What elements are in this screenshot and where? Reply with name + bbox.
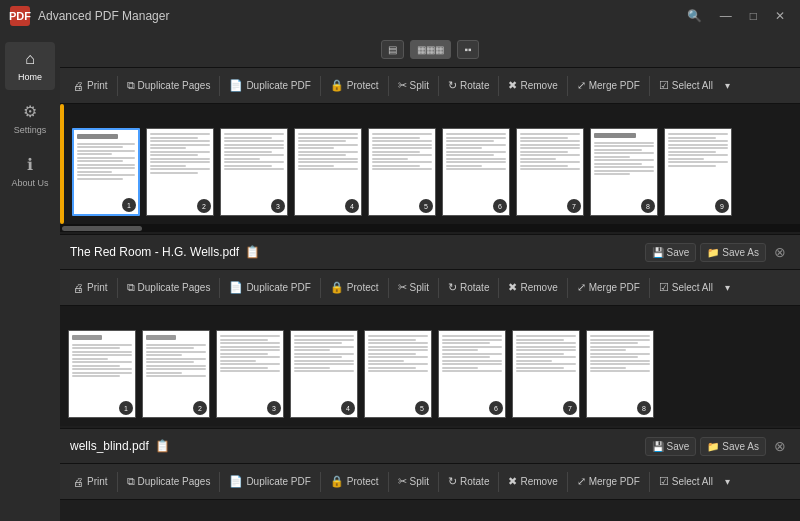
page-line bbox=[368, 363, 428, 365]
page-line bbox=[220, 367, 268, 369]
split-icon-3: ✂ bbox=[398, 475, 407, 488]
split-button-1[interactable]: ✂ Split bbox=[393, 76, 434, 95]
page-thumb-1-1[interactable]: 1 bbox=[72, 128, 140, 216]
sidebar-item-about[interactable]: ℹ About Us bbox=[5, 147, 55, 196]
duplicate-pdf-button-3[interactable]: 📄 Duplicate PDF bbox=[224, 472, 315, 491]
hscroll-1[interactable] bbox=[60, 224, 800, 232]
page-image-1-9: 9 bbox=[664, 128, 732, 216]
duplicate-pages-button-1[interactable]: ⧉ Duplicate Pages bbox=[122, 76, 216, 95]
page-line bbox=[224, 154, 284, 156]
page-thumb-1-2[interactable]: 2 bbox=[146, 128, 214, 216]
page-thumb-2-4[interactable]: 4 bbox=[290, 330, 358, 418]
search-button[interactable]: 🔍 bbox=[682, 7, 707, 25]
protect-button-1[interactable]: 🔒 Protect bbox=[325, 76, 384, 95]
select-all-icon: ☑ bbox=[659, 79, 669, 92]
page-line bbox=[298, 168, 358, 170]
page-line bbox=[150, 151, 210, 153]
page-thumb-2-6[interactable]: 6 bbox=[438, 330, 506, 418]
duplicate-pages-button-3[interactable]: ⧉ Duplicate Pages bbox=[122, 472, 216, 491]
page-line bbox=[516, 346, 576, 348]
more-button-1[interactable]: ▾ bbox=[720, 77, 735, 94]
page-line bbox=[590, 356, 638, 358]
page-thumb-1-7[interactable]: 7 bbox=[516, 128, 584, 216]
view-large-button[interactable]: ▪▪ bbox=[457, 40, 478, 59]
split-button-2[interactable]: ✂ Split bbox=[393, 278, 434, 297]
page-thumb-1-8[interactable]: 8 bbox=[590, 128, 658, 216]
settings-icon: ⚙ bbox=[23, 102, 37, 121]
remove-button-3[interactable]: ✖ Remove bbox=[503, 472, 562, 491]
close-button[interactable]: ✕ bbox=[770, 7, 790, 25]
page-line bbox=[520, 168, 580, 170]
split-icon-2: ✂ bbox=[398, 281, 407, 294]
info-icon: ℹ bbox=[27, 155, 33, 174]
page-line bbox=[590, 346, 650, 348]
page-thumb-2-1[interactable]: 1 bbox=[68, 330, 136, 418]
remove-button-2[interactable]: ✖ Remove bbox=[503, 278, 562, 297]
page-thumb-1-6[interactable]: 6 bbox=[442, 128, 510, 216]
page-thumb-2-7[interactable]: 7 bbox=[512, 330, 580, 418]
maximize-button[interactable]: □ bbox=[745, 7, 762, 25]
sidebar-item-home[interactable]: ⌂ Home bbox=[5, 42, 55, 90]
sep2 bbox=[219, 76, 220, 96]
view-grid-button[interactable]: ▦▦▦ bbox=[410, 40, 451, 59]
page-line bbox=[594, 156, 630, 158]
save-button-3[interactable]: 💾 Save bbox=[645, 437, 697, 456]
minimize-button[interactable]: — bbox=[715, 7, 737, 25]
page-line bbox=[516, 353, 564, 355]
page-line bbox=[77, 157, 135, 159]
page-thumb-1-4[interactable]: 4 bbox=[294, 128, 362, 216]
merge-button-1[interactable]: ⤢ Merge PDF bbox=[572, 76, 645, 95]
close-section-2[interactable]: ⊗ bbox=[770, 242, 790, 262]
page-line bbox=[224, 151, 272, 153]
print-button-1[interactable]: 🖨 Print bbox=[68, 77, 113, 95]
page-line bbox=[220, 339, 268, 341]
page-line bbox=[446, 133, 506, 135]
more-button-3[interactable]: ▾ bbox=[720, 473, 735, 490]
merge-button-3[interactable]: ⤢ Merge PDF bbox=[572, 472, 645, 491]
print-button-3[interactable]: 🖨 Print bbox=[68, 473, 113, 491]
page-number-badge: 4 bbox=[341, 401, 355, 415]
sidebar: ⌂ Home ⚙ Settings ℹ About Us bbox=[0, 32, 60, 521]
page-thumb-2-8[interactable]: 8 bbox=[586, 330, 654, 418]
page-line bbox=[520, 165, 568, 167]
sidebar-item-settings[interactable]: ⚙ Settings bbox=[5, 94, 55, 143]
page-thumb-2-2[interactable]: 2 bbox=[142, 330, 210, 418]
page-thumb-2-3[interactable]: 3 bbox=[216, 330, 284, 418]
page-line bbox=[668, 144, 728, 146]
merge-button-2[interactable]: ⤢ Merge PDF bbox=[572, 278, 645, 297]
page-number-badge: 5 bbox=[419, 199, 433, 213]
select-all-button-2[interactable]: ☑ Select All bbox=[654, 278, 718, 297]
page-thumb-1-9[interactable]: 9 bbox=[664, 128, 732, 216]
duplicate-pages-button-2[interactable]: ⧉ Duplicate Pages bbox=[122, 278, 216, 297]
page-image-1-2: 2 bbox=[146, 128, 214, 216]
view-list-button[interactable]: ▤ bbox=[381, 40, 404, 59]
page-thumb-1-3[interactable]: 3 bbox=[220, 128, 288, 216]
select-all-button-1[interactable]: ☑ Select All bbox=[654, 76, 718, 95]
remove-button-1[interactable]: ✖ Remove bbox=[503, 76, 562, 95]
rotate-button-3[interactable]: ↻ Rotate bbox=[443, 472, 494, 491]
page-line bbox=[72, 375, 120, 377]
duplicate-pdf-button-2[interactable]: 📄 Duplicate PDF bbox=[224, 278, 315, 297]
sep-2-7 bbox=[567, 278, 568, 298]
protect-icon: 🔒 bbox=[330, 79, 344, 92]
duplicate-pdf-button-1[interactable]: 📄 Duplicate PDF bbox=[224, 76, 315, 95]
page-line bbox=[298, 158, 358, 160]
rotate-button-1[interactable]: ↻ Rotate bbox=[443, 76, 494, 95]
more-button-2[interactable]: ▾ bbox=[720, 279, 735, 296]
print-button-2[interactable]: 🖨 Print bbox=[68, 279, 113, 297]
protect-button-2[interactable]: 🔒 Protect bbox=[325, 278, 384, 297]
page-thumb-1-5[interactable]: 5 bbox=[368, 128, 436, 216]
save-button-2[interactable]: 💾 Save bbox=[645, 243, 697, 262]
page-thumb-2-5[interactable]: 5 bbox=[364, 330, 432, 418]
rotate-button-2[interactable]: ↻ Rotate bbox=[443, 278, 494, 297]
page-line bbox=[594, 133, 636, 138]
protect-button-3[interactable]: 🔒 Protect bbox=[325, 472, 384, 491]
page-line bbox=[668, 140, 728, 142]
file-icon-2: 📋 bbox=[245, 245, 260, 259]
save-as-button-3[interactable]: 📁 Save As bbox=[700, 437, 766, 456]
close-section-3[interactable]: ⊗ bbox=[770, 436, 790, 456]
split-button-3[interactable]: ✂ Split bbox=[393, 472, 434, 491]
page-line bbox=[150, 158, 210, 160]
select-all-button-3[interactable]: ☑ Select All bbox=[654, 472, 718, 491]
save-as-button-2[interactable]: 📁 Save As bbox=[700, 243, 766, 262]
